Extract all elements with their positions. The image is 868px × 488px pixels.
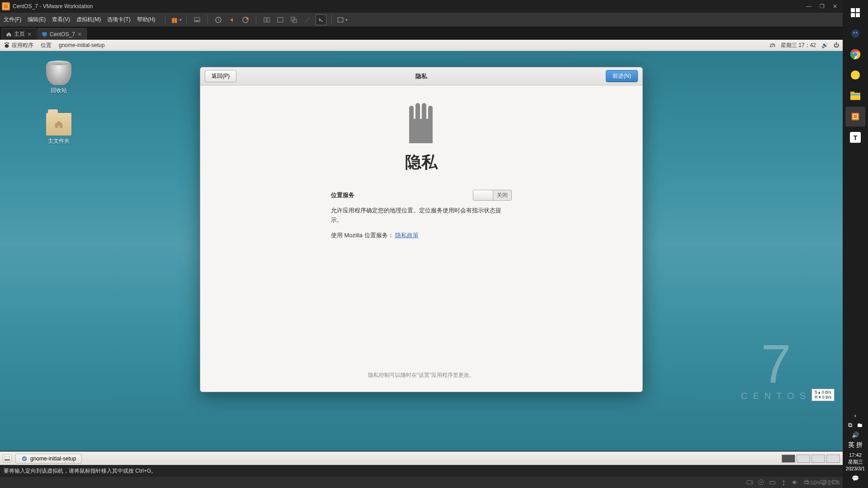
unity-button[interactable] <box>288 14 299 25</box>
taskbar-explorer[interactable] <box>845 86 865 106</box>
menu-vm[interactable]: 虚拟机(M) <box>76 16 101 23</box>
svg-point-21 <box>751 482 752 483</box>
tray-expand-icon[interactable]: ‹ <box>854 412 856 419</box>
close-button[interactable]: ✕ <box>833 3 837 9</box>
svg-point-35 <box>854 32 855 33</box>
split-right-button[interactable] <box>275 14 286 25</box>
maximize-button[interactable]: ❐ <box>820 3 825 9</box>
switch-state: 关闭 <box>493 192 511 199</box>
taskbar-chrome[interactable] <box>845 44 865 64</box>
menu-view[interactable]: 查看(V) <box>52 16 70 23</box>
tray-clock[interactable]: 17:42 星期三 2023/3/1 <box>843 452 868 472</box>
tray-notifications-icon[interactable]: 💬 <box>852 475 859 482</box>
tab-home[interactable]: 主页 ✕ <box>2 28 37 40</box>
svg-point-4 <box>246 17 249 19</box>
gnome-applications[interactable]: 应用程序 <box>12 42 33 49</box>
forward-button[interactable]: 前进(N) <box>606 70 638 82</box>
gnome-desktop[interactable]: 应用程序 位置 gnome-initial-setup zh 星期三 17：42… <box>0 40 843 451</box>
svg-rect-31 <box>856 8 860 12</box>
svg-point-16 <box>5 44 9 48</box>
privacy-hand-icon <box>401 101 442 143</box>
desktop-trash[interactable]: 回收站 <box>36 62 81 94</box>
gnome-active-app[interactable]: gnome-initial-setup <box>59 42 104 48</box>
desktop-home[interactable]: 主文件夹 <box>36 113 81 145</box>
minimize-button[interactable]: — <box>806 3 811 9</box>
taskbar-item[interactable]: gnome-initial-setup <box>15 454 82 464</box>
split-left-button[interactable] <box>261 14 272 25</box>
net-adapter-icon[interactable] <box>769 479 776 486</box>
workspace-switcher[interactable] <box>782 455 840 463</box>
brand-seven: 7 <box>741 337 811 391</box>
brand-name: CENTOS <box>741 391 811 401</box>
tray-battery-icon[interactable]: 🖿 <box>857 422 863 429</box>
dialog-title: 隐私 <box>415 72 427 80</box>
svg-rect-6 <box>267 18 269 22</box>
tab-vm-close[interactable]: ✕ <box>77 31 82 38</box>
tab-home-close[interactable]: ✕ <box>27 31 32 38</box>
svg-rect-44 <box>852 113 859 121</box>
taskbar-text[interactable]: T <box>845 127 865 147</box>
send-ctrlaltdel-button[interactable] <box>192 14 203 25</box>
svg-rect-30 <box>851 8 855 12</box>
sound-icon[interactable] <box>792 479 798 486</box>
taskbar-vmware[interactable] <box>845 107 865 127</box>
gnome-volume-icon[interactable]: 🔊 <box>821 42 828 48</box>
taskbar-app-1[interactable] <box>845 23 865 43</box>
snapshot-button[interactable] <box>213 14 224 25</box>
tray-date: 2023/3/1 <box>843 465 868 472</box>
tray-ime[interactable]: 英 拼 <box>843 441 868 449</box>
workspace-3[interactable] <box>811 455 825 463</box>
tab-vm[interactable]: CentOS_7 ✕ <box>38 28 87 40</box>
taskbar-app-3[interactable] <box>845 65 865 85</box>
gnome-lang[interactable]: zh <box>769 42 775 48</box>
gnome-places[interactable]: 位置 <box>41 42 52 49</box>
tray-wifi-icon[interactable]: ⧉ <box>848 422 852 429</box>
net-recv: R ▾ 0 B/s <box>815 395 831 400</box>
setup-icon <box>21 455 28 462</box>
home-folder-icon <box>46 113 71 136</box>
menu-bar: 文件(F) 编辑(E) 查看(V) 虚拟机(M) 选项卡(T) 帮助(H) ▮▮… <box>0 13 843 27</box>
menu-help[interactable]: 帮助(H) <box>137 16 156 23</box>
privacy-heading: 隐私 <box>200 151 642 174</box>
svg-point-34 <box>851 29 859 38</box>
tab-vm-label: CentOS_7 <box>50 31 75 38</box>
workspace-2[interactable] <box>797 455 810 463</box>
mozilla-prefix: 使用 Mozilla 位置服务： <box>331 232 394 239</box>
net-speed-overlay: S ▴ 0 B/s R ▾ 0 B/s <box>811 389 835 401</box>
gnome-foot-icon <box>4 42 10 48</box>
console-button[interactable] <box>316 14 326 25</box>
svg-rect-32 <box>851 13 855 17</box>
menu-edit[interactable]: 编辑(E) <box>28 16 46 23</box>
system-tray: ‹ ⧉ 🖿 🔊 英 拼 17:42 星期三 2023/3/1 💬 <box>843 412 868 488</box>
gnome-clock[interactable]: 星期三 17：42 <box>781 42 816 49</box>
workspace-1[interactable] <box>782 455 795 463</box>
cd-icon[interactable] <box>758 479 764 486</box>
vm-status-bar: | <box>0 477 843 488</box>
stretch-button[interactable] <box>302 14 313 25</box>
revert-snapshot-button[interactable] <box>226 14 237 25</box>
workspace-4[interactable] <box>826 455 840 463</box>
location-switch[interactable]: 关闭 <box>473 190 512 201</box>
usb-icon[interactable] <box>780 479 787 486</box>
tab-home-label: 主页 <box>14 30 25 38</box>
vmware-window: CentOS_7 - VMware Workstation — ❐ ✕ 文件(F… <box>0 0 843 488</box>
show-desktop-button[interactable] <box>3 455 12 463</box>
menu-file[interactable]: 文件(F) <box>4 16 21 23</box>
manage-snapshot-button[interactable] <box>240 14 251 25</box>
fullscreen-button[interactable]: ▾ <box>337 14 348 25</box>
net-send: S ▴ 0 B/s <box>815 390 831 395</box>
start-button[interactable] <box>845 3 865 23</box>
window-controls: — ❐ ✕ <box>806 3 841 9</box>
initial-setup-dialog: 返回(P) 隐私 前进(N) 隐私 位置服务 关闭 <box>200 67 643 392</box>
watermark: CSDN @雯775 <box>806 479 840 486</box>
hdd-icon[interactable] <box>746 479 753 486</box>
menu-tabs[interactable]: 选项卡(T) <box>107 16 130 23</box>
vm-tabs: 主页 ✕ CentOS_7 ✕ <box>0 27 843 40</box>
pause-vm-button[interactable]: ▮▮ <box>170 14 181 25</box>
tray-volume-icon[interactable]: 🔊 <box>852 432 859 438</box>
taskbar-item-label: gnome-initial-setup <box>30 455 76 462</box>
back-button[interactable]: 返回(P) <box>205 70 236 82</box>
svg-rect-1 <box>195 20 199 21</box>
gnome-power-icon[interactable]: ⏻ <box>834 42 839 48</box>
privacy-policy-link[interactable]: 隐私政策 <box>395 232 419 239</box>
